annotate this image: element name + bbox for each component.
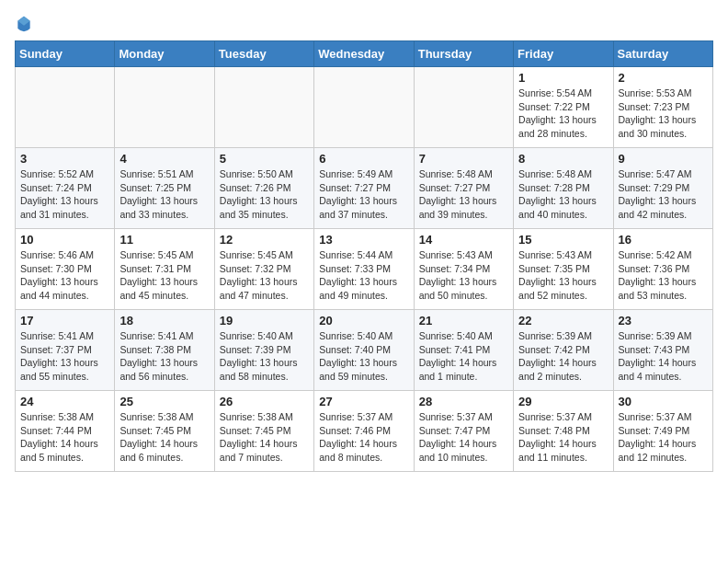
day-info: Sunrise: 5:46 AMSunset: 7:30 PMDaylight:… [20,248,109,303]
calendar-week-row: 17Sunrise: 5:41 AMSunset: 7:37 PMDayligh… [16,310,713,391]
calendar-cell: 26Sunrise: 5:38 AMSunset: 7:45 PMDayligh… [214,391,313,472]
day-number: 13 [319,233,408,247]
day-info: Sunrise: 5:41 AMSunset: 7:37 PMDaylight:… [20,329,109,384]
calendar-cell: 7Sunrise: 5:48 AMSunset: 7:27 PMDaylight… [414,148,513,229]
weekday-header-sunday: Sunday [16,41,115,67]
calendar-cell [414,67,513,148]
calendar-week-row: 3Sunrise: 5:52 AMSunset: 7:24 PMDaylight… [16,148,713,229]
day-number: 22 [518,314,608,327]
day-info: Sunrise: 5:49 AMSunset: 7:27 PMDaylight:… [319,167,408,222]
day-info: Sunrise: 5:37 AMSunset: 7:47 PMDaylight:… [419,410,508,465]
day-info: Sunrise: 5:43 AMSunset: 7:34 PMDaylight:… [419,248,508,303]
calendar-cell: 12Sunrise: 5:45 AMSunset: 7:32 PMDayligh… [214,229,313,310]
day-info: Sunrise: 5:48 AMSunset: 7:28 PMDaylight:… [518,167,608,222]
day-number: 9 [619,152,708,166]
day-info: Sunrise: 5:50 AMSunset: 7:26 PMDaylight:… [220,167,309,222]
calendar-cell: 17Sunrise: 5:41 AMSunset: 7:37 PMDayligh… [16,310,115,391]
calendar-cell: 22Sunrise: 5:39 AMSunset: 7:42 PMDayligh… [514,310,613,391]
day-number: 5 [220,152,309,166]
day-number: 21 [419,314,508,327]
calendar-cell: 29Sunrise: 5:37 AMSunset: 7:48 PMDayligh… [514,391,613,472]
weekday-header-tuesday: Tuesday [214,41,313,67]
calendar-cell: 28Sunrise: 5:37 AMSunset: 7:47 PMDayligh… [414,391,513,472]
calendar-cell: 3Sunrise: 5:52 AMSunset: 7:24 PMDaylight… [16,148,115,229]
day-info: Sunrise: 5:54 AMSunset: 7:22 PMDaylight:… [518,86,608,141]
calendar-cell: 8Sunrise: 5:48 AMSunset: 7:28 PMDaylight… [514,148,613,229]
day-number: 24 [20,395,109,408]
logo [15,15,37,33]
calendar-cell: 9Sunrise: 5:47 AMSunset: 7:29 PMDaylight… [613,148,712,229]
calendar-cell: 21Sunrise: 5:40 AMSunset: 7:41 PMDayligh… [414,310,513,391]
calendar-cell: 20Sunrise: 5:40 AMSunset: 7:40 PMDayligh… [314,310,414,391]
logo-icon [15,15,33,33]
day-number: 19 [220,314,309,327]
day-number: 6 [319,152,408,166]
weekday-header-monday: Monday [115,41,214,67]
calendar-cell: 23Sunrise: 5:39 AMSunset: 7:43 PMDayligh… [613,310,712,391]
day-number: 20 [319,314,408,327]
day-number: 23 [619,314,708,327]
weekday-header-friday: Friday [514,41,613,67]
day-number: 25 [119,395,209,408]
day-info: Sunrise: 5:38 AMSunset: 7:45 PMDaylight:… [119,410,209,465]
calendar-cell: 10Sunrise: 5:46 AMSunset: 7:30 PMDayligh… [16,229,115,310]
day-info: Sunrise: 5:47 AMSunset: 7:29 PMDaylight:… [619,167,708,222]
day-number: 10 [20,233,109,247]
day-info: Sunrise: 5:43 AMSunset: 7:35 PMDaylight:… [518,248,608,303]
day-number: 15 [518,233,608,247]
day-info: Sunrise: 5:37 AMSunset: 7:49 PMDaylight:… [619,410,708,465]
day-number: 26 [220,395,309,408]
day-number: 2 [619,71,708,85]
day-info: Sunrise: 5:37 AMSunset: 7:46 PMDaylight:… [319,410,408,465]
day-info: Sunrise: 5:39 AMSunset: 7:43 PMDaylight:… [619,329,708,384]
day-info: Sunrise: 5:51 AMSunset: 7:25 PMDaylight:… [119,167,209,222]
day-info: Sunrise: 5:41 AMSunset: 7:38 PMDaylight:… [119,329,209,384]
day-info: Sunrise: 5:48 AMSunset: 7:27 PMDaylight:… [419,167,508,222]
page-header [15,15,713,33]
day-number: 18 [119,314,209,327]
calendar-cell: 2Sunrise: 5:53 AMSunset: 7:23 PMDaylight… [613,67,712,148]
calendar-cell: 25Sunrise: 5:38 AMSunset: 7:45 PMDayligh… [115,391,214,472]
day-info: Sunrise: 5:38 AMSunset: 7:44 PMDaylight:… [20,410,109,465]
calendar-cell: 14Sunrise: 5:43 AMSunset: 7:34 PMDayligh… [414,229,513,310]
day-number: 17 [20,314,109,327]
day-info: Sunrise: 5:53 AMSunset: 7:23 PMDaylight:… [619,86,708,141]
weekday-header-wednesday: Wednesday [314,41,414,67]
calendar-week-row: 24Sunrise: 5:38 AMSunset: 7:44 PMDayligh… [16,391,713,472]
day-info: Sunrise: 5:42 AMSunset: 7:36 PMDaylight:… [619,248,708,303]
day-number: 30 [619,395,708,408]
day-number: 27 [319,395,408,408]
day-number: 29 [518,395,608,408]
calendar-cell: 27Sunrise: 5:37 AMSunset: 7:46 PMDayligh… [314,391,414,472]
calendar-cell [115,67,214,148]
day-info: Sunrise: 5:38 AMSunset: 7:45 PMDaylight:… [220,410,309,465]
calendar-cell: 1Sunrise: 5:54 AMSunset: 7:22 PMDaylight… [514,67,613,148]
calendar-cell: 15Sunrise: 5:43 AMSunset: 7:35 PMDayligh… [514,229,613,310]
day-number: 11 [119,233,209,247]
calendar-table: SundayMondayTuesdayWednesdayThursdayFrid… [15,40,713,472]
weekday-header-row: SundayMondayTuesdayWednesdayThursdayFrid… [16,41,713,67]
day-number: 3 [20,152,109,166]
day-info: Sunrise: 5:45 AMSunset: 7:32 PMDaylight:… [220,248,309,303]
day-info: Sunrise: 5:37 AMSunset: 7:48 PMDaylight:… [518,410,608,465]
calendar-cell: 4Sunrise: 5:51 AMSunset: 7:25 PMDaylight… [115,148,214,229]
day-info: Sunrise: 5:44 AMSunset: 7:33 PMDaylight:… [319,248,408,303]
calendar-cell: 5Sunrise: 5:50 AMSunset: 7:26 PMDaylight… [214,148,313,229]
day-info: Sunrise: 5:45 AMSunset: 7:31 PMDaylight:… [119,248,209,303]
day-info: Sunrise: 5:40 AMSunset: 7:41 PMDaylight:… [419,329,508,384]
day-number: 8 [518,152,608,166]
calendar-cell: 19Sunrise: 5:40 AMSunset: 7:39 PMDayligh… [214,310,313,391]
day-info: Sunrise: 5:40 AMSunset: 7:40 PMDaylight:… [319,329,408,384]
day-info: Sunrise: 5:52 AMSunset: 7:24 PMDaylight:… [20,167,109,222]
day-number: 28 [419,395,508,408]
calendar-cell: 6Sunrise: 5:49 AMSunset: 7:27 PMDaylight… [314,148,414,229]
calendar-cell: 18Sunrise: 5:41 AMSunset: 7:38 PMDayligh… [115,310,214,391]
calendar-cell [314,67,414,148]
day-number: 1 [518,71,608,85]
weekday-header-saturday: Saturday [613,41,712,67]
calendar-week-row: 1Sunrise: 5:54 AMSunset: 7:22 PMDaylight… [16,67,713,148]
calendar-week-row: 10Sunrise: 5:46 AMSunset: 7:30 PMDayligh… [16,229,713,310]
calendar-cell [214,67,313,148]
calendar-cell [16,67,115,148]
day-number: 7 [419,152,508,166]
